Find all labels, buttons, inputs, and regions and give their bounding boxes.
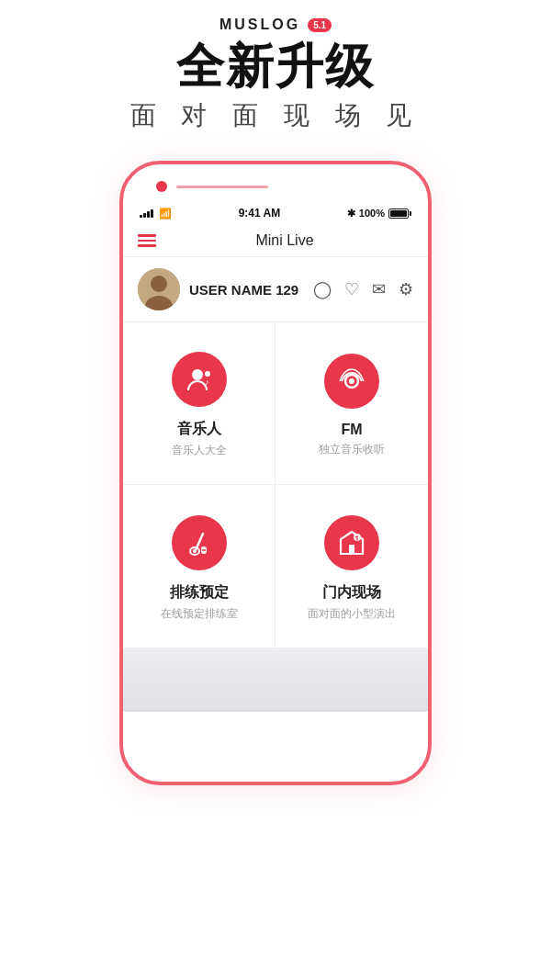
status-bar: 📶 9:41 AM ✱ 100% [123,164,428,225]
battery-tip [410,211,411,216]
grid-item-practice[interactable]: 排练预定 在线预定排练室 [123,485,276,648]
wifi-icon: 📶 [159,208,172,220]
phone-frame: 📶 9:41 AM ✱ 100% Mini Live [119,161,432,785]
app-title: Mini Live [156,232,413,249]
svg-rect-11 [349,545,354,554]
logo-text: MUSLOG [219,17,300,33]
battery-percent: 100% [359,208,385,219]
user-icons: ◯ ♡ ✉ ⚙ [313,279,413,299]
top-area: MUSLOG 5.1 全新升级 面 对 面 现 场 见 [0,0,551,161]
bottom-blur [123,648,428,712]
practice-svg [185,528,214,558]
signal-bars [140,208,153,218]
svg-point-7 [349,378,354,384]
grid-item-fm-sub: 独立音乐收听 [319,442,385,457]
grid-item-music-person-title: 音乐人 [177,420,221,439]
grid-item-music-person[interactable]: ♪ 音乐人 音乐人大全 [123,322,276,485]
version-badge: 5.1 [308,18,332,32]
profile-icon[interactable]: ◯ [313,279,332,299]
grid-item-fm-title: FM [341,422,362,438]
grid-menu: ♪ 音乐人 音乐人大全 FM [123,322,428,648]
practice-icon-circle [172,515,227,570]
hamburger-line-1 [138,234,156,237]
svg-point-3 [192,369,203,380]
settings-icon[interactable]: ⚙ [399,279,413,299]
avatar-svg [138,268,180,310]
battery-fill [390,210,407,217]
hamburger-line-2 [138,240,156,242]
venue-svg [337,528,366,558]
app-header: Mini Live [123,225,428,257]
venue-icon-circle [324,515,379,570]
grid-item-practice-sub: 在线预定排练室 [161,606,238,622]
signal-bar-1 [140,215,142,218]
status-right: ✱ 100% [347,208,411,220]
grid-item-practice-title: 排练预定 [170,583,229,603]
subheadline: 面 对 面 现 场 见 [0,98,551,133]
svg-point-1 [151,276,167,292]
battery-icon [388,208,411,219]
fm-svg [336,366,367,397]
svg-point-9 [193,549,197,553]
hamburger-line-3 [138,244,156,247]
user-row: USER NAME 129 ◯ ♡ ✉ ⚙ [123,257,428,322]
message-icon[interactable]: ✉ [372,279,386,299]
battery-body [388,208,409,219]
status-left: 📶 [140,208,172,220]
music-person-svg: ♪ [185,365,214,394]
phone-line [176,186,268,188]
avatar [138,268,180,310]
headline: 全新升级 [0,40,551,93]
bluetooth-icon: ✱ [347,208,355,220]
signal-bar-2 [143,213,146,218]
logo-row: MUSLOG 5.1 [0,17,551,33]
fm-icon-circle [324,354,379,409]
grid-item-venue-sub: 面对面的小型演出 [308,606,396,622]
signal-bar-4 [151,209,153,218]
grid-item-venue[interactable]: 门内现场 面对面的小型演出 [276,485,428,648]
svg-text:♪: ♪ [205,377,209,387]
phone-wrapper: 📶 9:41 AM ✱ 100% Mini Live [0,161,551,785]
user-name: USER NAME 129 [189,282,313,298]
grid-item-music-person-sub: 音乐人大全 [172,443,227,458]
music-person-icon-circle: ♪ [172,352,227,407]
svg-point-4 [205,371,210,377]
status-time: 9:41 AM [239,207,281,220]
favorite-icon[interactable]: ♡ [344,279,359,299]
grid-item-venue-title: 门内现场 [322,583,381,603]
hamburger-menu-button[interactable] [138,234,156,247]
signal-bar-3 [147,211,150,218]
grid-item-fm[interactable]: FM 独立音乐收听 [276,322,428,485]
